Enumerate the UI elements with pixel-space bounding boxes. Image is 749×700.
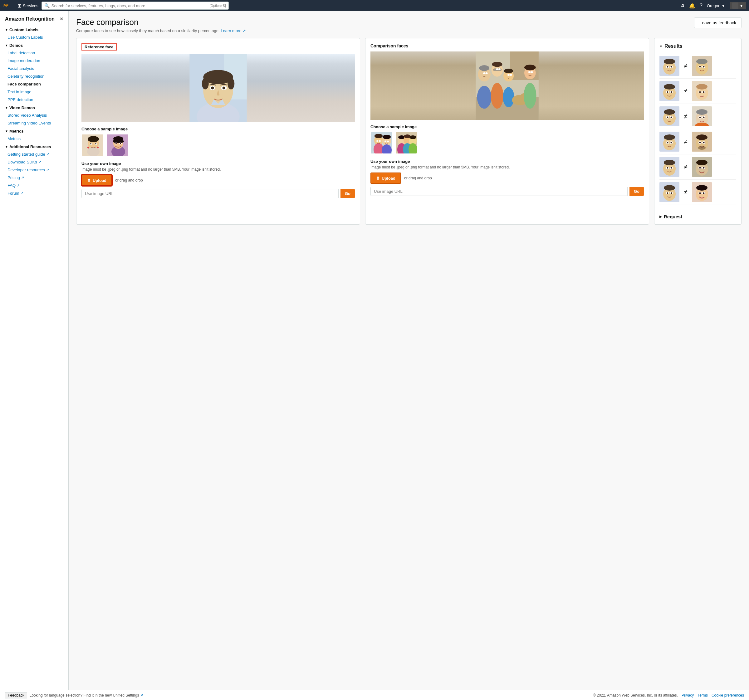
chevron-down-icon-resources: ▼ [5, 145, 8, 148]
result-ref-face-6 [659, 182, 679, 202]
sample-thumb-1-inner [82, 134, 103, 156]
svg-point-54 [483, 72, 485, 74]
svg-point-150 [696, 160, 708, 165]
svg-text:aws: aws [3, 3, 8, 6]
sidebar-item-pricing[interactable]: Pricing ↗ [0, 174, 68, 181]
svg-point-110 [703, 92, 705, 93]
sidebar-section-demos[interactable]: ▼ Demos [0, 41, 68, 49]
sidebar-section-metrics[interactable]: ▼ Metrics [0, 127, 68, 135]
sidebar-item-use-custom-labels[interactable]: Use Custom Labels [0, 34, 68, 41]
services-menu-button[interactable]: ⊞ Services [17, 3, 38, 9]
svg-point-164 [696, 185, 708, 191]
sidebar-item-developer-resources[interactable]: Developer resources ↗ [0, 166, 68, 174]
svg-point-71 [385, 141, 386, 142]
svg-point-79 [410, 136, 416, 139]
bottom-bar-message: Looking for language selection? Find it … [30, 693, 590, 697]
reference-url-go-button[interactable]: Go [341, 189, 355, 198]
svg-point-66 [383, 135, 391, 139]
external-link-icon-sdks: ↗ [38, 160, 41, 164]
sample-thumb-4[interactable] [395, 132, 418, 154]
comparison-own-image-label: Use your own image [370, 159, 644, 164]
sidebar-item-stored-video-analysis[interactable]: Stored Video Analysis [0, 111, 68, 119]
learn-more-link[interactable]: Learn more ↗ [221, 28, 246, 33]
sample-thumb-2[interactable] [106, 134, 129, 156]
svg-point-55 [485, 72, 488, 74]
sidebar-item-facial-analysis[interactable]: Facial analysis [0, 64, 68, 72]
monitor-icon[interactable]: 🖥 [680, 3, 685, 8]
bottom-feedback-button[interactable]: Feedback [5, 692, 27, 698]
comparison-sample-label: Choose a sample image [370, 125, 644, 129]
request-header[interactable]: ▶ Request [659, 214, 736, 219]
user-menu[interactable]: ▼ [730, 2, 746, 9]
help-icon[interactable]: ? [700, 3, 703, 8]
comparison-url-go-button[interactable]: Go [630, 187, 644, 196]
sidebar-item-text-in-image[interactable]: Text in image [0, 88, 68, 96]
svg-point-40 [479, 65, 489, 71]
external-link-icon-forum: ↗ [21, 191, 23, 195]
sidebar-item-download-sdks[interactable]: Download SDKs ↗ [0, 158, 68, 166]
region-chevron: ▼ [721, 3, 725, 8]
external-link-icon-dev: ↗ [46, 168, 49, 172]
svg-point-128 [664, 134, 675, 140]
sidebar-item-faq[interactable]: FAQ ↗ [0, 181, 68, 189]
sidebar-section-additional-resources[interactable]: ▼ Additional Resources [0, 143, 68, 150]
result-ref-face-5 [659, 157, 679, 177]
page-header: Face comparison Compare faces to see how… [76, 17, 741, 33]
search-input[interactable] [52, 3, 208, 8]
sidebar-item-celebrity-recognition[interactable]: Celebrity recognition [0, 72, 68, 80]
sidebar-item-getting-started[interactable]: Getting started guide ↗ [0, 150, 68, 158]
sidebar-item-ppe-detection[interactable]: PPE detection [0, 96, 68, 104]
grid-icon: ⊞ [17, 3, 21, 9]
result-ref-face-3 [659, 106, 679, 127]
sample-thumb-1[interactable] [81, 134, 104, 156]
svg-point-35 [120, 143, 121, 144]
reference-image-display [81, 53, 355, 122]
feedback-button[interactable]: Leave us feedback [694, 17, 741, 28]
aws-logo[interactable]: aws [3, 2, 14, 9]
result-row-1: ≠ [659, 53, 736, 79]
svg-point-10 [211, 86, 214, 89]
chevron-down-icon-demos: ▼ [5, 44, 8, 47]
svg-point-160 [667, 192, 668, 194]
result-comp-face-3 [692, 106, 712, 127]
sample-thumb-2-inner [107, 134, 128, 156]
svg-point-58 [507, 74, 510, 76]
result-neq-1: ≠ [682, 63, 689, 70]
reference-url-input[interactable] [81, 189, 339, 198]
comparison-upload-button[interactable]: ⬆ Upload [370, 172, 401, 184]
sidebar-close-button[interactable]: ✕ [60, 17, 63, 21]
sidebar-item-metrics[interactable]: Metrics [0, 135, 68, 143]
comparison-url-input[interactable] [370, 187, 628, 196]
unified-settings-link[interactable]: ↗ [140, 693, 143, 697]
sample-thumb-3[interactable] [370, 132, 393, 154]
svg-point-102 [667, 92, 668, 93]
cookie-preferences-link[interactable]: Cookie preferences [712, 693, 744, 697]
sidebar-section-video-demos[interactable]: ▼ Video Demos [0, 104, 68, 111]
reference-own-image-desc: Image must be .jpeg or .png format and n… [81, 167, 355, 172]
svg-point-89 [671, 66, 672, 68]
search-bar[interactable]: 🔍 [Option+S] [41, 2, 229, 10]
privacy-link[interactable]: Privacy [682, 693, 694, 697]
external-link-icon-pricing: ↗ [21, 175, 24, 180]
reference-upload-button[interactable]: ⬆ Upload [81, 175, 112, 186]
svg-point-138 [699, 142, 701, 143]
svg-point-70 [379, 140, 381, 142]
sidebar-item-label-detection[interactable]: Label detection [0, 49, 68, 57]
sidebar-item-forum[interactable]: Forum ↗ [0, 189, 68, 197]
region-selector[interactable]: Oregon ▼ [707, 3, 725, 8]
svg-point-116 [667, 117, 668, 118]
result-neq-2: ≠ [682, 88, 689, 95]
sidebar-section-custom-labels[interactable]: ▼ Custom Labels [0, 26, 68, 34]
terms-link[interactable]: Terms [697, 693, 708, 697]
reference-url-row: Go [81, 189, 355, 198]
bell-icon[interactable]: 🔔 [689, 3, 696, 9]
result-comp-face-2 [692, 81, 712, 101]
sample-thumb-3-inner [371, 132, 392, 154]
sidebar-item-streaming-video-events[interactable]: Streaming Video Events [0, 119, 68, 127]
svg-point-167 [699, 192, 701, 194]
sidebar-item-image-moderation[interactable]: Image moderation [0, 57, 68, 64]
comparison-face-photo [370, 52, 644, 120]
upload-icon-ref: ⬆ [87, 178, 91, 183]
sidebar-item-face-comparison[interactable]: Face comparison [0, 80, 68, 88]
result-comp-face-5 [692, 157, 712, 177]
